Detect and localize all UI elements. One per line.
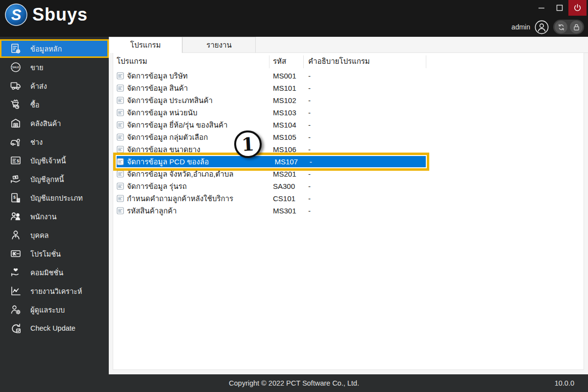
sidebar-item-label: พนักงาน <box>30 211 56 222</box>
program-code: MS105 <box>269 133 303 141</box>
program-description: - <box>303 108 426 117</box>
sidebar-item-master-data[interactable]: ข้อมูลหลัก <box>0 39 109 58</box>
table-row[interactable]: กำหนดคำถามลูกค้าหลังใช้บริการCS101- <box>113 192 584 205</box>
refresh-button[interactable] <box>555 21 567 33</box>
tab-strip: โปรแกรม รายงาน <box>109 37 588 53</box>
sidebar-item-commission[interactable]: คอมมิชชั่น <box>0 263 109 282</box>
sidebar-item-label: คลังสินค้า <box>30 118 61 129</box>
program-doc-icon <box>117 183 124 190</box>
logo-text: Sbuys <box>32 4 88 25</box>
program-code: MS001 <box>269 72 303 80</box>
hand-money-icon <box>10 173 22 185</box>
table-row[interactable]: จัดการข้อมูล สินค้าMS101- <box>113 82 584 94</box>
sidebar-item-label: ขาย <box>30 62 44 73</box>
table-header: โปรแกรม รหัส คำอธิบายโปรแกรม <box>113 53 584 70</box>
table-row[interactable]: จัดการข้อมูล ขนาดยางMS106- <box>113 143 584 156</box>
svg-text:S: S <box>11 6 22 24</box>
table-body: จัดการข้อมูล บริษัทMS001-จัดการข้อมูล สิ… <box>113 70 584 217</box>
program-doc-icon <box>117 170 124 178</box>
sidebar-item-administrator[interactable]: ผู้ดูแลระบบ <box>0 300 109 319</box>
program-doc-icon <box>117 72 124 79</box>
sidebar-item-purchase[interactable]: ซื้อ <box>0 95 109 114</box>
hand-heart-icon <box>10 266 22 278</box>
tab-program-label: โปรแกรม <box>130 39 161 51</box>
table-row[interactable]: จัดการข้อมูล PCD ของล้อMS107- <box>117 156 426 167</box>
sidebar-item-technician[interactable]: ช่าง <box>0 132 109 151</box>
power-button[interactable] <box>568 0 587 16</box>
sidebar-item-check-update[interactable]: Check Update <box>0 319 109 338</box>
svg-text:SALE: SALE <box>12 66 19 69</box>
sidebar-item-label: ซื้อ <box>30 99 40 110</box>
sidebar-item-label: Check Update <box>30 324 75 332</box>
table-row[interactable]: รหัสสินค้าลูกค้าMS301- <box>113 205 584 217</box>
table-row[interactable]: จัดการข้อมูล ประเภทสินค้าMS102- <box>113 94 584 106</box>
sidebar-item-analysis-report[interactable]: รายงานวิเคราะห์ <box>0 282 109 300</box>
column-header-description: คำอธิบายโปรแกรม <box>303 55 426 67</box>
car-wrench-icon <box>10 136 22 148</box>
sidebar-item-employees[interactable]: พนักงาน <box>0 207 109 226</box>
sidebar-item-wholesale[interactable]: ค้าส่ง <box>0 77 109 95</box>
program-code: MS301 <box>269 207 303 215</box>
power-icon <box>573 3 582 13</box>
sidebar-item-general-ledger[interactable]: $บัญชีแยกประเภท <box>0 188 109 207</box>
sidebar-item-label: บัญชีเจ้าหนี้ <box>30 155 66 166</box>
program-code: SA300 <box>269 182 303 190</box>
sidebar-item-promotion[interactable]: โปรโมชั่น <box>0 244 109 263</box>
table-row[interactable]: จัดการข้อมูล กลุ่มตัวเลือกMS105- <box>113 131 584 143</box>
sale-badge-icon: SALE <box>10 61 22 73</box>
sidebar: ข้อมูลหลักSALEขายค้าส่งซื้อคลังสินค้าช่า… <box>0 37 109 374</box>
maximize-button[interactable] <box>550 0 568 16</box>
user-avatar-icon[interactable] <box>535 20 549 34</box>
program-name: จัดการข้อมูล สินค้า <box>127 82 188 94</box>
program-doc-icon <box>117 207 124 214</box>
program-name: จัดการข้อมูล ประเภทสินค้า <box>127 95 213 106</box>
program-code: MS102 <box>269 96 303 105</box>
sidebar-item-label: บัญชีแยกประเภท <box>30 192 83 204</box>
program-name: รหัสสินค้าลูกค้า <box>127 205 177 217</box>
sidebar-item-label: ผู้ดูแลระบบ <box>30 304 65 315</box>
program-name: จัดการข้อมูล หน่วยนับ <box>127 107 197 119</box>
program-description: - <box>303 170 426 178</box>
sidebar-item-warehouse[interactable]: คลังสินค้า <box>0 114 109 132</box>
person-icon <box>10 229 22 241</box>
program-doc-icon <box>117 133 124 141</box>
chart-line-icon <box>10 285 22 297</box>
tab-program[interactable]: โปรแกรม <box>109 37 182 53</box>
table-row[interactable]: จัดการข้อมูล ยี่ห้อ/รุ่น ของสินค้าMS104- <box>113 119 584 131</box>
program-description: - <box>303 145 426 154</box>
sidebar-item-person[interactable]: บุคคล <box>0 226 109 244</box>
sidebar-item-accounts-receivable[interactable]: บัญชีลูกหนี้ <box>0 170 109 188</box>
purchase-cart-icon <box>10 99 22 110</box>
program-code: MS101 <box>269 84 303 92</box>
app-window: S Sbuys admin <box>0 0 588 392</box>
titlebar: S Sbuys admin <box>0 0 588 37</box>
program-code: MS107 <box>270 157 304 166</box>
table-row[interactable]: จัดการข้อมูล รุ่นรถSA300- <box>113 180 584 192</box>
program-code: MS104 <box>269 121 303 129</box>
tab-report-label: รายงาน <box>206 39 231 51</box>
program-description: - <box>303 84 426 92</box>
app-logo: S Sbuys <box>5 3 88 26</box>
svg-text:$: $ <box>17 158 19 163</box>
program-code: CS101 <box>269 194 303 203</box>
master-data-icon <box>10 43 22 54</box>
gift-card-icon <box>10 248 22 260</box>
table-row[interactable]: จัดการข้อมูล บริษัทMS001- <box>113 70 584 82</box>
version-text: 10.0.0 <box>555 379 574 387</box>
program-doc-icon <box>117 97 124 104</box>
sidebar-item-label: ข้อมูลหลัก <box>30 43 62 54</box>
sidebar-item-label: ค้าส่ง <box>30 80 47 92</box>
sidebar-item-sales[interactable]: SALEขาย <box>0 58 109 77</box>
table-row[interactable]: จัดการข้อมูล จังหวัด,อำเภอ,ตำบลMS201- <box>113 168 584 180</box>
program-code: MS106 <box>269 145 303 154</box>
sbuys-logo-icon: S <box>5 3 27 26</box>
minimize-button[interactable] <box>532 0 550 16</box>
program-name: จัดการข้อมูล จังหวัด,อำเภอ,ตำบล <box>127 168 233 180</box>
sidebar-item-accounts-payable[interactable]: $บัญชีเจ้าหนี้ <box>0 151 109 170</box>
table-row[interactable]: จัดการข้อมูล หน่วยนับMS103- <box>113 106 584 119</box>
program-code: MS201 <box>269 170 303 178</box>
lock-button[interactable] <box>570 21 583 33</box>
tab-report[interactable]: รายงาน <box>182 37 256 52</box>
program-description: - <box>303 72 426 80</box>
sidebar-item-label: บัญชีลูกหนี้ <box>30 174 64 185</box>
